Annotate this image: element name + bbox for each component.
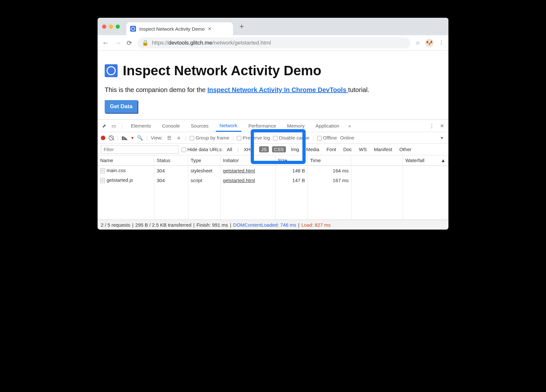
filter-ws[interactable]: WS (357, 146, 369, 152)
cell-size: 148 B (275, 168, 308, 173)
network-toolbar: | ▮◣ ▾ 🔍 | View: ☰ ≡ | Group by frame | … (98, 132, 448, 144)
col-name[interactable]: Name (98, 155, 154, 165)
network-filter-bar: Hide data URLs All | XHR JS CSS Img Medi… (98, 144, 448, 155)
browser-tab[interactable]: Inspect Network Activity Demo × (126, 22, 233, 35)
back-button[interactable]: ← (102, 39, 109, 47)
tab-strip: Inspect Network Activity Demo × + (98, 18, 448, 35)
cell-name: main.css (107, 168, 126, 173)
inspect-element-icon[interactable]: ⬈ (101, 123, 107, 129)
tab-elements[interactable]: Elements (127, 120, 155, 132)
file-icon (100, 178, 105, 183)
address-bar: ← → ⟳ 🔒 https://devtools.glitch.me/netwo… (98, 35, 448, 51)
filter-toggle-icon[interactable]: ▾ (131, 135, 134, 141)
screenshots-icon[interactable]: ▮◣ (121, 135, 128, 141)
large-rows-icon[interactable]: ☰ (166, 135, 172, 141)
table-row[interactable]: getstarted.js 304 script getstarted.html… (98, 175, 448, 185)
filter-input[interactable] (101, 145, 178, 154)
close-tab-button[interactable]: × (208, 26, 212, 32)
tab-memory[interactable]: Memory (283, 120, 309, 132)
zoom-window-button[interactable] (116, 25, 120, 29)
view-label: View: (151, 135, 163, 140)
filter-media[interactable]: Media (304, 146, 321, 152)
intro-before: This is the companion demo for the (105, 86, 207, 93)
filter-js[interactable]: JS (259, 146, 269, 152)
hide-data-urls-checkbox[interactable]: Hide data URLs (182, 147, 222, 152)
filter-font[interactable]: Font (324, 146, 338, 152)
filter-other[interactable]: Other (397, 146, 414, 152)
online-select[interactable]: Online (340, 135, 354, 140)
status-finish: Finish: 991 ms (196, 222, 228, 228)
disable-cache-checkbox[interactable]: Disable cache (273, 135, 309, 140)
glitch-icon (105, 64, 118, 77)
devtools-menu-icon[interactable]: ⋮ (428, 123, 435, 129)
tab-sources[interactable]: Sources (187, 120, 213, 132)
cell-time: 164 ms (308, 168, 351, 173)
get-data-button[interactable]: Get Data (105, 100, 138, 113)
minimize-window-button[interactable] (109, 25, 113, 29)
waterfall-icon[interactable]: ≡ (175, 135, 182, 140)
profile-avatar[interactable]: 🐶 (425, 39, 434, 47)
cell-size: 147 B (275, 178, 308, 183)
more-tabs-icon[interactable]: » (346, 123, 353, 129)
lock-icon: 🔒 (142, 39, 149, 46)
cell-type: script (188, 178, 220, 183)
filter-doc[interactable]: Doc (341, 146, 354, 152)
table-row[interactable]: main.css 304 stylesheet getstarted.html … (98, 166, 448, 175)
tab-application[interactable]: Application (312, 120, 343, 132)
browser-menu-button[interactable]: ⋮ (439, 40, 444, 46)
filter-all[interactable]: All (225, 146, 234, 152)
toolbar-expand-icon[interactable]: ▾ (439, 135, 445, 141)
preserve-log-checkbox[interactable]: Preserve log (237, 135, 270, 140)
intro-after: tutorial. (348, 86, 370, 93)
cell-initiator[interactable]: getstarted.html (223, 168, 255, 173)
omnibox[interactable]: 🔒 https://devtools.glitch.me/network/get… (137, 37, 410, 48)
tab-console[interactable]: Console (158, 120, 184, 132)
tab-performance[interactable]: Performance (245, 120, 280, 132)
tab-title: Inspect Network Activity Demo (139, 26, 205, 32)
filter-manifest[interactable]: Manifest (372, 146, 394, 152)
col-type[interactable]: Type (188, 155, 220, 165)
page-heading: Inspect Network Activity Demo (105, 63, 441, 78)
cell-status: 304 (154, 168, 188, 173)
col-time[interactable]: Time (308, 155, 351, 165)
cell-initiator[interactable]: getstarted.html (223, 178, 255, 183)
bookmark-button[interactable]: ☆ (415, 40, 420, 46)
favicon-icon (130, 26, 136, 32)
network-table-body: main.css 304 stylesheet getstarted.html … (98, 166, 448, 220)
col-waterfall[interactable]: Waterfall▲ (403, 155, 448, 165)
new-tab-button[interactable]: + (239, 22, 244, 31)
status-load: Load: 827 ms (301, 222, 331, 228)
status-requests: 2 / 5 requests (101, 222, 130, 228)
devtools-panel: ⬈ ▭ Elements Console Sources Network Per… (98, 119, 448, 230)
devtools-close-icon[interactable]: ✕ (439, 123, 445, 129)
col-size[interactable]: Size (275, 155, 308, 165)
device-toggle-icon[interactable]: ▭ (110, 123, 117, 129)
filter-css[interactable]: CSS (272, 146, 286, 152)
reload-button[interactable]: ⟳ (127, 39, 132, 47)
browser-window: Inspect Network Activity Demo × + ← → ⟳ … (98, 18, 448, 230)
page-heading-text: Inspect Network Activity Demo (123, 63, 321, 78)
col-initiator[interactable]: Initiator (220, 155, 275, 165)
search-icon[interactable]: 🔍 (137, 135, 143, 141)
status-domcontentloaded: DOMContentLoaded: 746 ms (233, 222, 296, 228)
page-intro: This is the companion demo for the Inspe… (105, 86, 441, 94)
file-icon (100, 168, 105, 173)
forward-button[interactable]: → (114, 39, 121, 47)
record-button[interactable] (101, 136, 105, 140)
url-path: /network/getstarted.html (212, 40, 271, 46)
devtools-tabs: ⬈ ▭ Elements Console Sources Network Per… (98, 120, 448, 132)
window-controls (102, 25, 123, 29)
network-status-bar: 2 / 5 requests | 295 B / 2.5 KB transfer… (98, 220, 448, 230)
cell-waterfall (403, 166, 448, 175)
group-by-frame-checkbox[interactable]: Group by frame (190, 135, 229, 140)
network-table-header: Name Status Type Initiator Size Time Wat… (98, 155, 448, 166)
tab-network[interactable]: Network (216, 120, 241, 132)
url-host: devtools.glitch.me (168, 40, 212, 46)
filter-xhr[interactable]: XHR (242, 146, 256, 152)
clear-button[interactable] (109, 135, 114, 140)
close-window-button[interactable] (102, 25, 106, 29)
offline-checkbox[interactable]: Offline (317, 135, 337, 140)
col-status[interactable]: Status (154, 155, 188, 165)
tutorial-link[interactable]: Inspect Network Activity In Chrome DevTo… (207, 86, 348, 93)
filter-img[interactable]: Img (289, 146, 301, 152)
